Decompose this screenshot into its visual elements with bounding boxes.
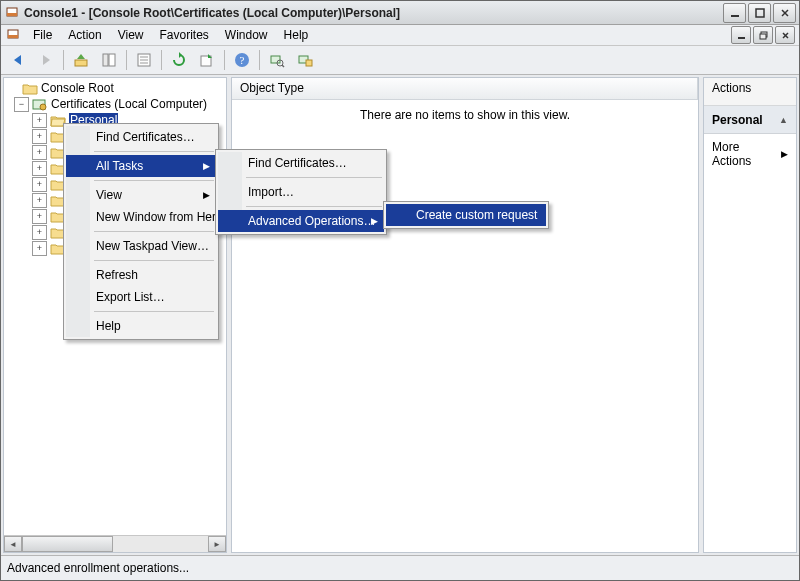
export-button[interactable] <box>194 47 220 73</box>
all-tasks-submenu: Find Certificates… Import… Advanced Oper… <box>215 149 387 235</box>
submenu-arrow-icon: ▶ <box>203 161 210 171</box>
svg-rect-3 <box>756 9 764 17</box>
menu-separator <box>94 151 214 152</box>
menu-separator <box>94 260 214 261</box>
tree-expander[interactable]: + <box>32 145 47 160</box>
ctx2-advanced-operations[interactable]: Advanced Operations…▶ <box>218 210 384 232</box>
toolbar-separator <box>63 50 64 70</box>
menu-file[interactable]: File <box>25 26 60 44</box>
tree-expander[interactable]: + <box>32 225 47 240</box>
tree-expander[interactable]: + <box>32 193 47 208</box>
up-button[interactable] <box>68 47 94 73</box>
ctx-all-tasks[interactable]: All Tasks▶ <box>66 155 216 177</box>
menu-separator <box>94 231 214 232</box>
submenu-arrow-icon: ▶ <box>781 149 788 159</box>
collapse-icon: ▲ <box>779 115 788 125</box>
menu-view[interactable]: View <box>110 26 152 44</box>
svg-line-25 <box>282 65 284 67</box>
list-header: Object Type <box>232 78 698 100</box>
svg-rect-8 <box>738 37 745 39</box>
app-icon <box>4 5 20 21</box>
svg-rect-14 <box>103 54 108 66</box>
tree-label: Certificates (Local Computer) <box>51 97 207 111</box>
advanced-operations-submenu: Create custom request <box>383 201 549 229</box>
column-object-type[interactable]: Object Type <box>232 78 698 99</box>
toolbar-separator <box>224 50 225 70</box>
menu-help[interactable]: Help <box>276 26 317 44</box>
toolbar-separator <box>126 50 127 70</box>
tree-expander[interactable]: + <box>32 241 47 256</box>
tree-expander[interactable]: + <box>32 161 47 176</box>
svg-rect-1 <box>7 13 17 16</box>
menu-action[interactable]: Action <box>60 26 109 44</box>
mdi-minimize-button[interactable] <box>731 26 751 44</box>
toolbar-separator <box>259 50 260 70</box>
scroll-thumb[interactable] <box>22 536 113 552</box>
actions-section[interactable]: Personal ▲ <box>704 106 796 134</box>
menu-window[interactable]: Window <box>217 26 276 44</box>
forward-button[interactable] <box>33 47 59 73</box>
svg-rect-10 <box>760 34 766 39</box>
tree-certs[interactable]: − Certificates (Local Computer) <box>6 96 226 112</box>
scroll-left-button[interactable]: ◄ <box>4 536 22 552</box>
more-actions-label: More Actions <box>712 140 781 168</box>
menu-bar: File Action View Favorites Window Help <box>1 25 799 46</box>
cert-store-button[interactable] <box>292 47 318 73</box>
menu-separator <box>94 180 214 181</box>
maximize-button[interactable] <box>748 3 771 23</box>
toolbar-separator <box>161 50 162 70</box>
ctx-refresh[interactable]: Refresh <box>66 264 216 286</box>
ctx-export-list[interactable]: Export List… <box>66 286 216 308</box>
find-cert-button[interactable] <box>264 47 290 73</box>
tree-label: Console Root <box>41 81 114 95</box>
ctx2-find-certificates[interactable]: Find Certificates… <box>218 152 384 174</box>
title-bar: Console1 - [Console Root\Certificates (L… <box>1 1 799 25</box>
back-button[interactable] <box>5 47 31 73</box>
tree-horizontal-scrollbar[interactable]: ◄ ► <box>4 535 226 552</box>
context-menu: Find Certificates… All Tasks▶ View▶ New … <box>63 123 219 340</box>
show-hide-button[interactable] <box>96 47 122 73</box>
empty-message: There are no items to show in this view. <box>360 108 570 122</box>
status-text: Advanced enrollment operations... <box>7 561 189 575</box>
folder-icon <box>22 82 38 95</box>
ctx3-create-custom-request[interactable]: Create custom request <box>386 204 546 226</box>
actions-pane: Actions Personal ▲ More Actions ▶ <box>703 77 797 553</box>
svg-rect-15 <box>109 54 115 66</box>
scroll-right-button[interactable]: ► <box>208 536 226 552</box>
svg-rect-27 <box>306 60 312 66</box>
more-actions-link[interactable]: More Actions ▶ <box>704 134 796 174</box>
tree-root[interactable]: Console Root <box>6 80 226 96</box>
tree-expander <box>6 82 19 95</box>
mdi-restore-button[interactable] <box>753 26 773 44</box>
minimize-button[interactable] <box>723 3 746 23</box>
close-button[interactable] <box>773 3 796 23</box>
menu-favorites[interactable]: Favorites <box>152 26 217 44</box>
mdi-window-buttons <box>731 26 795 44</box>
ctx-view[interactable]: View▶ <box>66 184 216 206</box>
actions-section-label: Personal <box>712 113 763 127</box>
tree-expander[interactable]: − <box>14 97 29 112</box>
ctx-new-taskpad[interactable]: New Taskpad View… <box>66 235 216 257</box>
ctx-help[interactable]: Help <box>66 315 216 337</box>
refresh-button[interactable] <box>166 47 192 73</box>
svg-rect-7 <box>8 35 18 38</box>
menu-separator <box>246 206 382 207</box>
ctx-new-window[interactable]: New Window from Here <box>66 206 216 228</box>
doc-icon <box>5 27 21 43</box>
tree-expander[interactable]: + <box>32 177 47 192</box>
tree-expander[interactable]: + <box>32 113 47 128</box>
mdi-close-button[interactable] <box>775 26 795 44</box>
svg-rect-23 <box>271 56 280 63</box>
toolbar: ? <box>1 46 799 75</box>
tree-expander[interactable]: + <box>32 129 47 144</box>
status-bar: Advanced enrollment operations... <box>1 555 799 580</box>
ctx2-import[interactable]: Import… <box>218 181 384 203</box>
ctx-find-certificates[interactable]: Find Certificates… <box>66 126 216 148</box>
svg-rect-13 <box>75 60 87 66</box>
tree-expander[interactable]: + <box>32 209 47 224</box>
window-buttons <box>723 3 796 23</box>
svg-point-29 <box>40 104 46 110</box>
properties-button[interactable] <box>131 47 157 73</box>
submenu-arrow-icon: ▶ <box>203 190 210 200</box>
help-button[interactable]: ? <box>229 47 255 73</box>
